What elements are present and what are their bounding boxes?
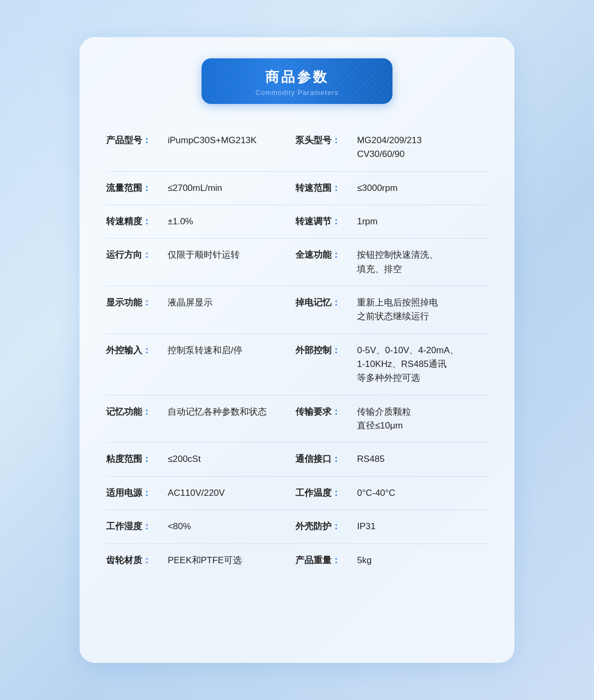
label-7-1: 粘度范围：: [106, 443, 168, 476]
label-10-1: 齿轮材质：: [106, 544, 168, 577]
label-8-1: 适用电源：: [106, 476, 168, 510]
label-1-1: 流量范围：: [106, 171, 168, 205]
label-2-1: 转速精度：: [106, 205, 168, 239]
label-9-2: 外壳防护：: [295, 510, 357, 544]
table-row: 粘度范围： ≤200cSt 通信接口： RS485: [106, 443, 488, 476]
label-9-1: 工作湿度：: [106, 510, 168, 544]
value-10-1: PEEK和PTFE可选: [168, 544, 295, 577]
main-card: 商品参数 Commodity Parameters 产品型号： iPumpC30…: [80, 37, 514, 663]
label-0-2: 泵头型号：: [295, 124, 357, 171]
value-0-1: iPumpC30S+MG213K: [168, 124, 295, 171]
table-row: 适用电源： AC110V/220V 工作温度： 0°C-40°C: [106, 476, 488, 510]
value-7-1: ≤200cSt: [168, 443, 295, 476]
table-row: 运行方向： 仅限于顺时针运转 全速功能： 按钮控制快速清洗、填充、排空: [106, 239, 488, 286]
value-6-1: 自动记忆各种参数和状态: [168, 395, 295, 443]
value-9-2: IP31: [357, 510, 488, 544]
value-9-1: <80%: [168, 510, 295, 544]
title-en: Commodity Parameters: [217, 89, 377, 97]
value-2-2: 1rpm: [357, 205, 488, 239]
table-row: 工作湿度： <80% 外壳防护： IP31: [106, 510, 488, 544]
label-5-2: 外部控制：: [295, 334, 357, 395]
value-7-2: RS485: [357, 443, 488, 476]
value-8-2: 0°C-40°C: [357, 476, 488, 510]
value-5-2: 0-5V、0-10V、4-20mA、1-10KHz、RS485通讯等多种外控可选: [357, 334, 488, 395]
label-7-2: 通信接口：: [295, 443, 357, 476]
label-10-2: 产品重量：: [295, 544, 357, 577]
value-4-2: 重新上电后按照掉电之前状态继续运行: [357, 286, 488, 334]
table-row: 外控输入： 控制泵转速和启/停 外部控制： 0-5V、0-10V、4-20mA、…: [106, 334, 488, 395]
value-1-2: ≤3000rpm: [357, 171, 488, 205]
label-8-2: 工作温度：: [295, 476, 357, 510]
label-5-1: 外控输入：: [106, 334, 168, 395]
value-6-2: 传输介质颗粒直径≤10μm: [357, 395, 488, 443]
value-2-1: ±1.0%: [168, 205, 295, 239]
label-0-1: 产品型号：: [106, 124, 168, 171]
label-3-1: 运行方向：: [106, 239, 168, 286]
label-2-2: 转速调节：: [295, 205, 357, 239]
table-row: 齿轮材质： PEEK和PTFE可选 产品重量： 5kg: [106, 544, 488, 577]
value-0-2: MG204/209/213CV30/60/90: [357, 124, 488, 171]
label-4-1: 显示功能：: [106, 286, 168, 334]
label-1-2: 转速范围：: [295, 171, 357, 205]
table-row: 记忆功能： 自动记忆各种参数和状态 传输要求： 传输介质颗粒直径≤10μm: [106, 395, 488, 443]
value-8-1: AC110V/220V: [168, 476, 295, 510]
value-3-1: 仅限于顺时针运转: [168, 239, 295, 286]
value-5-1: 控制泵转速和启/停: [168, 334, 295, 395]
value-1-1: ≤2700mL/min: [168, 171, 295, 205]
table-row: 显示功能： 液晶屏显示 掉电记忆： 重新上电后按照掉电之前状态继续运行: [106, 286, 488, 334]
value-4-1: 液晶屏显示: [168, 286, 295, 334]
label-4-2: 掉电记忆：: [295, 286, 357, 334]
label-3-2: 全速功能：: [295, 239, 357, 286]
label-6-2: 传输要求：: [295, 395, 357, 443]
table-row: 转速精度： ±1.0% 转速调节： 1rpm: [106, 205, 488, 239]
label-6-1: 记忆功能：: [106, 395, 168, 443]
value-10-2: 5kg: [357, 544, 488, 577]
table-row: 产品型号： iPumpC30S+MG213K 泵头型号： MG204/209/2…: [106, 124, 488, 171]
title-cn: 商品参数: [217, 68, 377, 86]
table-row: 流量范围： ≤2700mL/min 转速范围： ≤3000rpm: [106, 171, 488, 205]
params-table: 产品型号： iPumpC30S+MG213K 泵头型号： MG204/209/2…: [106, 124, 488, 577]
value-3-2: 按钮控制快速清洗、填充、排空: [357, 239, 488, 286]
title-banner: 商品参数 Commodity Parameters: [202, 58, 392, 104]
